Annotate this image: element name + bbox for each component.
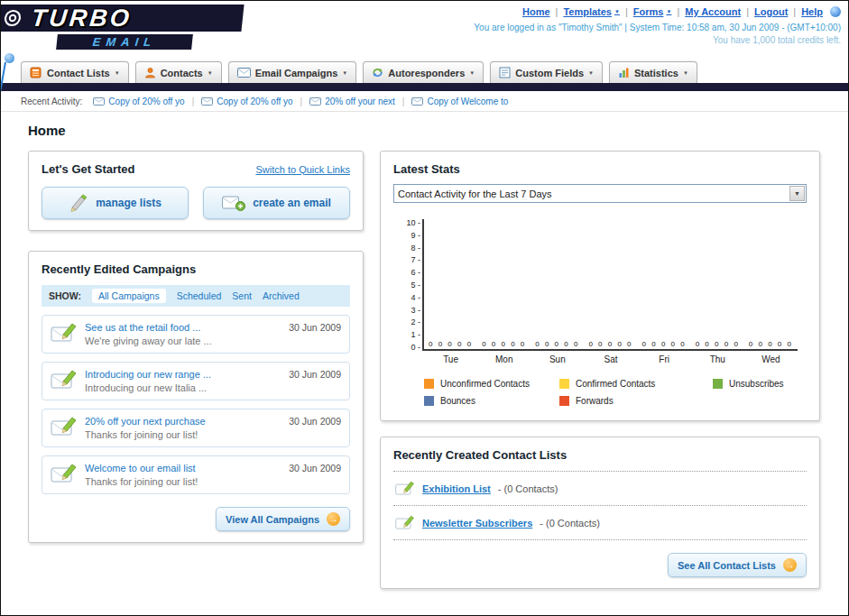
right-column: Latest Stats Contact Activity for the La… bbox=[380, 151, 820, 589]
bar-value-labels: 0 0 0 0 0 bbox=[749, 340, 793, 348]
x-tick-label: Fri bbox=[638, 351, 691, 364]
y-tick-label: 1 - bbox=[411, 331, 420, 338]
filter-tab-archived[interactable]: Archived bbox=[263, 290, 300, 301]
create-email-button[interactable]: create an email bbox=[203, 187, 350, 219]
top-link-label: Templates bbox=[563, 6, 612, 17]
top-link-help[interactable]: Help bbox=[801, 6, 823, 17]
nav-tab-statistics[interactable]: Statistics ▼ bbox=[609, 61, 697, 83]
help-globe-icon[interactable] bbox=[830, 6, 841, 17]
campaign-item[interactable]: See us at the retail food ... We're givi… bbox=[42, 315, 350, 354]
legend-label: Unsubscribes bbox=[729, 379, 784, 389]
chevron-down-icon: ▼ bbox=[588, 70, 594, 76]
plot-area: 0 0 0 0 00 0 0 0 00 0 0 0 00 0 0 0 00 0 … bbox=[422, 219, 798, 351]
campaign-item[interactable]: Welcome to our email list Thanks for joi… bbox=[42, 455, 350, 494]
separator: | bbox=[793, 6, 796, 17]
recent-activity-link[interactable]: Copy of Welcome to bbox=[427, 97, 508, 106]
contact-list-item[interactable]: Newsletter Subscribers - (0 Contacts) bbox=[393, 505, 807, 540]
recent-activity-label: Recent Activity: bbox=[21, 97, 82, 106]
contact-list-item[interactable]: Exhibition List - (0 Contacts) bbox=[393, 471, 807, 505]
bar-value-labels: 0 0 0 0 0 bbox=[588, 340, 632, 348]
campaign-title-link[interactable]: See us at the retail food ... bbox=[85, 322, 281, 333]
nav-tab-email-campaigns[interactable]: Email Campaigns ▼ bbox=[228, 61, 357, 83]
manage-lists-label: manage lists bbox=[96, 197, 161, 209]
chevron-down-icon: ▼ bbox=[342, 70, 347, 76]
campaign-item[interactable]: Introducing our new range ... Introducin… bbox=[42, 362, 350, 400]
nav-tab-custom-fields[interactable]: Custom Fields ▼ bbox=[490, 61, 603, 83]
autoresponders-icon bbox=[372, 67, 383, 78]
separator: | bbox=[677, 6, 679, 17]
campaign-title-link[interactable]: 20% off your next purchase bbox=[85, 416, 281, 427]
nav-tab-label: Custom Fields bbox=[515, 68, 584, 78]
get-started-panel: Let's Get Started Switch to Quick Links … bbox=[28, 151, 364, 231]
nav-tab-autoresponders[interactable]: Autoresponders ▼ bbox=[363, 61, 484, 83]
campaign-filter-tabs: SHOW: All Campaigns Scheduled Sent Archi… bbox=[42, 285, 350, 307]
stats-period-select[interactable]: Contact Activity for the Last 7 Days ▼ bbox=[393, 184, 807, 203]
see-all-contact-lists-label: See All Contact Lists bbox=[678, 560, 776, 571]
credits-info: You have 1,000 total credits left. bbox=[474, 35, 841, 45]
recent-activity-item[interactable]: Copy of 20% off yo bbox=[93, 97, 184, 106]
logo-text-email: EMAIL bbox=[92, 35, 157, 49]
legend-swatch bbox=[559, 396, 569, 406]
top-link-my-account[interactable]: My Account bbox=[685, 6, 741, 17]
separator: | bbox=[192, 97, 195, 106]
view-all-campaigns-label: View All Campaigns bbox=[226, 514, 319, 525]
campaign-title-link[interactable]: Introducing our new range ... bbox=[85, 369, 281, 380]
switch-quick-links-link[interactable]: Switch to Quick Links bbox=[255, 164, 350, 175]
nav-tab-contact-lists[interactable]: Contact Lists ▼ bbox=[21, 61, 129, 83]
top-header: TURBO EMAIL Home | Templates▼ | Forms▼ |… bbox=[1, 1, 848, 59]
nav-tab-contacts[interactable]: Contacts ▼ bbox=[135, 61, 222, 83]
latest-stats-panel: Latest Stats Contact Activity for the La… bbox=[380, 151, 820, 421]
recent-activity-link[interactable]: Copy of 20% off yo bbox=[108, 97, 184, 106]
y-tick-label: 6 - bbox=[411, 269, 420, 276]
y-axis: 10 -9 -8 -7 -6 -5 -4 -3 -2 -1 -0 - bbox=[393, 219, 422, 351]
chart-bar-group: 0 0 0 0 0 bbox=[424, 219, 477, 349]
top-link-templates[interactable]: Templates▼ bbox=[563, 6, 620, 17]
bar-value-labels: 0 0 0 0 0 bbox=[696, 340, 740, 348]
filter-tab-scheduled[interactable]: Scheduled bbox=[177, 290, 222, 301]
y-tick-label: 2 - bbox=[411, 318, 420, 326]
top-link-logout[interactable]: Logout bbox=[754, 6, 788, 17]
manage-lists-button[interactable]: manage lists bbox=[42, 187, 189, 219]
contact-list-link[interactable]: Exhibition List bbox=[422, 483, 491, 494]
legend-swatch bbox=[424, 396, 434, 406]
campaign-item[interactable]: 20% off your next purchase Thanks for jo… bbox=[42, 409, 350, 447]
x-tick-label: Thu bbox=[691, 351, 744, 364]
chevron-down-icon: ▼ bbox=[115, 70, 120, 76]
separator: | bbox=[402, 97, 405, 106]
nav-tab-label: Email Campaigns bbox=[255, 68, 338, 78]
view-all-campaigns-button[interactable]: View All Campaigns → bbox=[216, 507, 350, 531]
nav-tab-label: Statistics bbox=[634, 68, 678, 78]
get-started-title: Let's Get Started bbox=[42, 162, 135, 176]
campaign-title-link[interactable]: Welcome to our email list bbox=[85, 463, 281, 473]
contact-list-link[interactable]: Newsletter Subscribers bbox=[422, 518, 532, 529]
logo-text-turbo: TURBO bbox=[30, 5, 133, 32]
contact-list-items: Exhibition List - (0 Contacts) Newslette… bbox=[393, 471, 807, 540]
x-tick-label: Tue bbox=[424, 351, 477, 364]
campaign-date: 30 Jun 2009 bbox=[289, 322, 341, 333]
nav-divider-bar bbox=[1, 83, 848, 91]
stats-chart: 10 -9 -8 -7 -6 -5 -4 -3 -2 -1 -0 - 0 0 0… bbox=[393, 219, 807, 406]
recent-activity-link[interactable]: Copy of 20% off yo bbox=[217, 97, 292, 106]
envelope-icon bbox=[309, 97, 321, 106]
recent-activity-item[interactable]: Copy of 20% off yo bbox=[201, 97, 292, 106]
logo-bar: TURBO bbox=[0, 5, 245, 32]
email-campaigns-icon bbox=[237, 68, 251, 78]
filter-tab-all-campaigns[interactable]: All Campaigns bbox=[92, 289, 166, 303]
nav-tab-label: Contact Lists bbox=[47, 68, 110, 78]
chart-bar-group: 0 0 0 0 0 bbox=[691, 219, 744, 349]
filter-tab-sent[interactable]: Sent bbox=[232, 290, 252, 301]
legend-item: Unconfirmed Contacts bbox=[424, 379, 559, 389]
app-logo[interactable]: TURBO EMAIL bbox=[1, 5, 243, 50]
recent-activity-link[interactable]: 20% off your next bbox=[325, 97, 395, 106]
top-link-home[interactable]: Home bbox=[522, 6, 550, 17]
top-link-forms[interactable]: Forms▼ bbox=[633, 6, 672, 17]
y-tick-label: 0 - bbox=[411, 344, 420, 351]
x-tick-label: Mon bbox=[477, 351, 531, 364]
see-all-contact-lists-button[interactable]: See All Contact Lists → bbox=[668, 553, 807, 577]
legend-swatch bbox=[424, 379, 434, 389]
recent-activity-item[interactable]: 20% off your next bbox=[309, 97, 395, 106]
edit-envelope-icon bbox=[51, 416, 78, 437]
envelope-plus-icon bbox=[222, 194, 245, 212]
recent-activity-item[interactable]: Copy of Welcome to bbox=[411, 97, 508, 106]
custom-fields-icon bbox=[499, 67, 511, 78]
